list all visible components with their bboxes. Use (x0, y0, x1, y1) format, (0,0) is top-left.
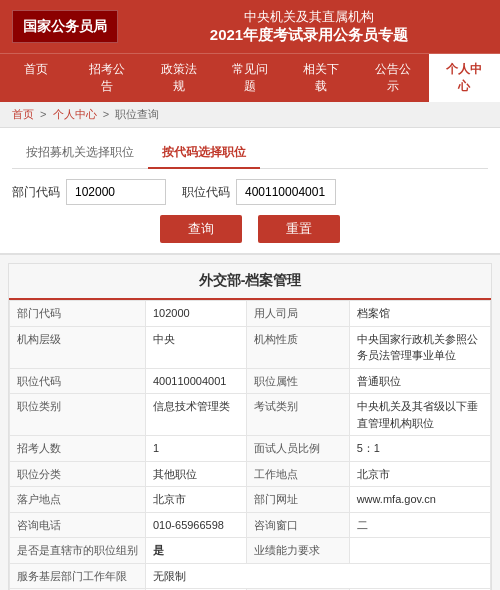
site-logo: 国家公务员局 (12, 10, 118, 44)
value-dept-code: 102000 (146, 301, 247, 327)
detail-card: 外交部-档案管理 部门代码 102000 用人司局 档案馆 机构层级 中央 机构… (8, 263, 492, 590)
nav-notice[interactable]: 公告公示 (357, 54, 428, 102)
header: 国家公务员局 中央机关及其直属机构 2021年度考试录用公务员专题 (0, 0, 500, 53)
detail-title: 外交部-档案管理 (9, 264, 491, 300)
header-main-title: 2021年度考试录用公务员专题 (130, 26, 488, 45)
label-user-dept: 用人司局 (246, 301, 349, 327)
value-dept-website: www.mfa.gov.cn (349, 487, 490, 513)
label-pos-attr: 职位属性 (246, 368, 349, 394)
label-consult-phone: 咨询电话 (10, 512, 146, 538)
label-org-nature: 机构性质 (246, 326, 349, 368)
value-recruit-num: 1 (146, 436, 247, 462)
value-org-level: 中央 (146, 326, 247, 368)
detail-table: 部门代码 102000 用人司局 档案馆 机构层级 中央 机构性质 中央国家行政… (9, 300, 491, 590)
label-pos-code: 职位代码 (10, 368, 146, 394)
nav-personal-center[interactable]: 个人中心 (429, 54, 500, 102)
value-grassroots-years: 无限制 (146, 563, 491, 589)
table-row: 是否是直辖市的职位组别 是 业绩能力要求 (10, 538, 491, 564)
breadcrumb-home[interactable]: 首页 (12, 108, 34, 120)
label-is-municipal: 是否是直辖市的职位组别 (10, 538, 146, 564)
search-button[interactable]: 查询 (160, 215, 242, 243)
table-row: 服务基层部门工作年限 无限制 (10, 563, 491, 589)
label-dept-website: 部门网址 (246, 487, 349, 513)
table-row: 职位分类 其他职位 工作地点 北京市 (10, 461, 491, 487)
label-interview-ratio: 面试人员比例 (246, 436, 349, 462)
label-dept-code: 部门代码 (10, 301, 146, 327)
position-code-input[interactable] (236, 179, 336, 205)
label-consult-window: 咨询窗口 (246, 512, 349, 538)
table-row: 机构层级 中央 机构性质 中央国家行政机关参照公务员法管理事业单位 (10, 326, 491, 368)
nav-announcement[interactable]: 招考公告 (71, 54, 142, 102)
value-ability-req (349, 538, 490, 564)
label-recruit-num: 招考人数 (10, 436, 146, 462)
dept-code-label: 部门代码 (12, 184, 60, 201)
label-pos-class: 职位分类 (10, 461, 146, 487)
label-hukou-location: 落户地点 (10, 487, 146, 513)
value-org-nature: 中央国家行政机关参照公务员法管理事业单位 (349, 326, 490, 368)
value-work-location: 北京市 (349, 461, 490, 487)
position-code-label: 职位代码 (182, 184, 230, 201)
reset-button[interactable]: 重置 (258, 215, 340, 243)
breadcrumb-personal[interactable]: 个人中心 (53, 108, 97, 120)
value-pos-class: 其他职位 (146, 461, 247, 487)
value-is-municipal: 是 (146, 538, 247, 564)
tab-by-agency[interactable]: 按招募机关选择职位 (12, 138, 148, 169)
value-pos-type: 信息技术管理类 (146, 394, 247, 436)
value-exam-type: 中央机关及其省级以下垂直管理机构职位 (349, 394, 490, 436)
search-tabs: 按招募机关选择职位 按代码选择职位 (12, 138, 488, 169)
table-row: 职位代码 400110004001 职位属性 普通职位 (10, 368, 491, 394)
table-row: 部门代码 102000 用人司局 档案馆 (10, 301, 491, 327)
nav-download[interactable]: 相关下载 (286, 54, 357, 102)
header-subtitle: 中央机关及其直属机构 (130, 8, 488, 26)
position-code-group: 职位代码 (182, 179, 336, 205)
label-pos-type: 职位类别 (10, 394, 146, 436)
search-buttons: 查询 重置 (12, 215, 488, 243)
breadcrumb: 首页 > 个人中心 > 职位查询 (0, 102, 500, 128)
dept-code-input[interactable] (66, 179, 166, 205)
value-interview-ratio: 5：1 (349, 436, 490, 462)
label-exam-type: 考试类别 (246, 394, 349, 436)
header-title: 中央机关及其直属机构 2021年度考试录用公务员专题 (130, 8, 488, 45)
search-section: 按招募机关选择职位 按代码选择职位 部门代码 职位代码 查询 重置 (0, 128, 500, 255)
nav-home[interactable]: 首页 (0, 54, 71, 102)
label-work-location: 工作地点 (246, 461, 349, 487)
value-consult-window: 二 (349, 512, 490, 538)
label-grassroots-years: 服务基层部门工作年限 (10, 563, 146, 589)
dept-code-group: 部门代码 (12, 179, 166, 205)
value-pos-code: 400110004001 (146, 368, 247, 394)
search-fields: 部门代码 职位代码 (12, 179, 488, 205)
value-user-dept: 档案馆 (349, 301, 490, 327)
table-row: 落户地点 北京市 部门网址 www.mfa.gov.cn (10, 487, 491, 513)
label-org-level: 机构层级 (10, 326, 146, 368)
table-row: 招考人数 1 面试人员比例 5：1 (10, 436, 491, 462)
main-nav: 首页 招考公告 政策法规 常见问题 相关下载 公告公示 个人中心 (0, 53, 500, 102)
breadcrumb-current: 职位查询 (115, 108, 159, 120)
table-row: 职位类别 信息技术管理类 考试类别 中央机关及其省级以下垂直管理机构职位 (10, 394, 491, 436)
table-row: 咨询电话 010-65966598 咨询窗口 二 (10, 512, 491, 538)
tab-by-code[interactable]: 按代码选择职位 (148, 138, 260, 169)
nav-policy[interactable]: 政策法规 (143, 54, 214, 102)
value-pos-attr: 普通职位 (349, 368, 490, 394)
nav-faq[interactable]: 常见问题 (214, 54, 285, 102)
value-consult-phone: 010-65966598 (146, 512, 247, 538)
value-hukou-location: 北京市 (146, 487, 247, 513)
label-ability-req: 业绩能力要求 (246, 538, 349, 564)
